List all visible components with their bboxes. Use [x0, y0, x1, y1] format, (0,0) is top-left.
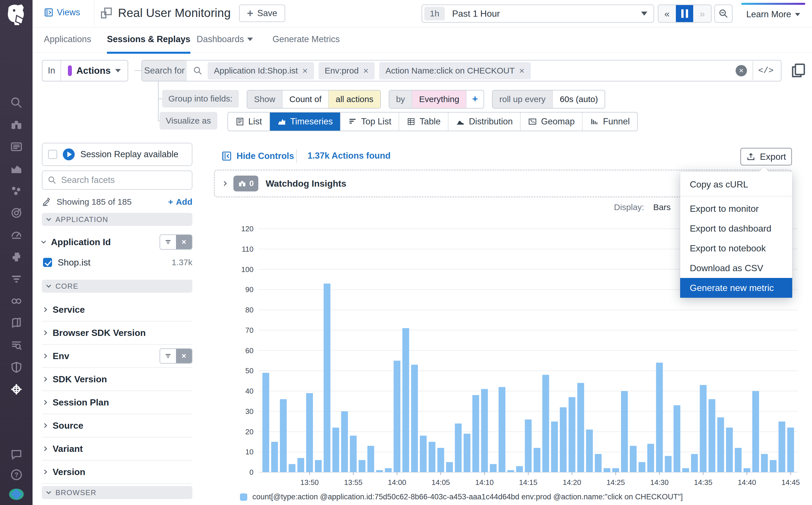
facet-clear-button[interactable]: ×	[176, 349, 192, 363]
facet-value-checkbox[interactable]	[43, 258, 52, 267]
tab-generate-metrics[interactable]: Generate Metrics	[272, 34, 340, 52]
search-for-label: Search for	[142, 60, 187, 81]
tab-applications[interactable]: Applications	[44, 34, 91, 52]
facet-section-browser[interactable]: BROWSER	[42, 486, 192, 499]
filter-chip[interactable]: Application Id:Shop.ist×	[208, 62, 314, 79]
chart-legend[interactable]: count[@type:action @application.id:75d50…	[240, 493, 683, 501]
facet-application-id[interactable]: Application Id ×	[42, 231, 192, 252]
session-replay-checkbox[interactable]	[48, 150, 57, 159]
collapse-panel-icon	[221, 151, 232, 161]
gauge-icon[interactable]	[10, 228, 23, 241]
export-button[interactable]: Export	[740, 148, 792, 165]
time-range-picker[interactable]: 1h Past 1 Hour	[422, 5, 654, 23]
page-title: Real User Monitoring	[118, 6, 231, 20]
apm-target-icon[interactable]	[10, 206, 23, 219]
export-menu-item[interactable]: Export to dashboard	[680, 218, 792, 238]
add-group-by-button[interactable]: +	[466, 91, 484, 108]
rollup-value-selector[interactable]: 60s (auto)	[553, 91, 604, 108]
log-search-icon[interactable]	[10, 339, 23, 352]
group-into-fields-label: Group into fields:	[162, 90, 239, 108]
viz-table-icon	[407, 117, 416, 126]
facet-section-core[interactable]: CORE	[42, 280, 192, 293]
facet-row[interactable]: Source ×	[42, 414, 192, 438]
export-menu-item[interactable]: Copy as cURL	[680, 173, 792, 195]
datadog-logo-icon[interactable]	[4, 3, 28, 27]
pause-button[interactable]	[676, 5, 693, 22]
scope-selector[interactable]: Actions	[61, 60, 128, 81]
help-icon[interactable]: ?	[10, 468, 23, 481]
export-menu-item[interactable]: Download as CSV	[680, 258, 792, 278]
journal-icon[interactable]	[10, 140, 23, 153]
visualize-as-label: Visualize as	[160, 112, 217, 130]
remove-chip-icon[interactable]: ×	[519, 65, 525, 76]
hexagons-icon[interactable]	[10, 184, 23, 197]
query-filter-chips: Application Id:Shop.ist× Env:prod× Actio…	[208, 62, 735, 79]
facet-filter-button[interactable]	[160, 235, 176, 249]
facet-row[interactable]: Browser SDK Version ×	[42, 322, 192, 345]
export-menu-item[interactable]: Generate new metric	[680, 278, 792, 298]
viz-option[interactable]: Timeseries	[270, 113, 341, 131]
notebook-icon[interactable]	[10, 317, 23, 330]
count-of-selector[interactable]: Count of	[283, 91, 329, 108]
facet-row[interactable]: Session Plan ×	[42, 391, 192, 414]
clear-query-icon[interactable]: ×	[735, 65, 747, 76]
viz-option[interactable]: Top List	[341, 113, 399, 131]
viz-option[interactable]: Funnel	[582, 113, 637, 131]
query-syntax-toggle[interactable]: </>	[753, 61, 779, 80]
export-upload-icon	[747, 152, 756, 161]
globe-network-icon[interactable]	[10, 383, 23, 396]
remove-chip-icon[interactable]: ×	[363, 65, 369, 76]
add-facet-button[interactable]: +Add	[168, 197, 192, 207]
hide-controls-button[interactable]: Hide Controls	[221, 151, 294, 161]
svg-text:100: 100	[241, 265, 254, 274]
actions-found-link[interactable]: 1.37k Actions found	[307, 151, 390, 161]
metrics-icon[interactable]	[10, 162, 23, 175]
fast-forward-button[interactable]: »	[693, 5, 711, 22]
display-type-selector[interactable]: Bars	[653, 202, 671, 212]
chat-icon[interactable]	[10, 448, 23, 461]
facet-row[interactable]: Service ×	[42, 298, 192, 322]
learn-more-button[interactable]: Learn More	[741, 3, 805, 19]
zoom-out-button[interactable]	[714, 5, 732, 23]
user-avatar[interactable]	[9, 489, 24, 500]
facet-section-application[interactable]: APPLICATION	[42, 213, 192, 226]
facet-value-row[interactable]: Shop.ist 1.37k	[42, 255, 192, 270]
facet-row[interactable]: Env ×	[42, 345, 192, 368]
search-query-bar[interactable]: Search for Application Id:Shop.ist× Env:…	[141, 60, 782, 81]
views-button[interactable]: Views	[44, 7, 80, 17]
rewind-button[interactable]: «	[658, 5, 676, 22]
tab-dashboards[interactable]: Dashboards	[196, 34, 253, 52]
export-menu-item[interactable]: Export to notebook	[680, 238, 792, 258]
binoculars-icon[interactable]	[10, 118, 23, 131]
facet-search-input[interactable]: Search facets	[42, 170, 192, 190]
by-value-selector[interactable]: Everything	[412, 91, 466, 108]
infinity-icon[interactable]	[10, 295, 23, 308]
filter-chip[interactable]: Env:prod×	[318, 62, 375, 79]
viz-option[interactable]: Distribution	[448, 113, 521, 131]
remove-chip-icon[interactable]: ×	[302, 65, 308, 76]
tab-sessions-replays[interactable]: Sessions & Replays	[107, 34, 190, 54]
facet-row[interactable]: Variant ×	[42, 438, 192, 461]
chevron-right-icon	[42, 423, 47, 428]
facet-filter-button[interactable]	[160, 349, 176, 363]
search-icon[interactable]	[10, 96, 23, 109]
copy-query-button[interactable]	[790, 62, 806, 78]
filter-lines-icon[interactable]	[10, 273, 23, 286]
svg-text:120: 120	[241, 224, 254, 233]
edit-pencil-icon[interactable]	[42, 197, 51, 207]
facet-row[interactable]: SDK Version ×	[42, 368, 192, 391]
export-menu-item[interactable]: Export to monitor	[680, 199, 792, 218]
shield-icon[interactable]	[10, 361, 23, 374]
facet-row[interactable]: Version ×	[42, 461, 192, 484]
puzzle-icon[interactable]	[10, 250, 23, 264]
session-replay-filter[interactable]: Session Replay available	[42, 143, 192, 166]
viz-option[interactable]: Geomap	[521, 113, 582, 131]
count-target-selector[interactable]: all actions	[329, 91, 380, 108]
facet-clear-button[interactable]: ×	[176, 235, 192, 249]
viz-option[interactable]: Table	[399, 113, 448, 131]
viz-option[interactable]: List	[228, 113, 270, 131]
chevron-right-icon	[42, 354, 47, 358]
filter-chip[interactable]: Action Name:click on CHECKOUT×	[379, 62, 531, 79]
filter-icon	[164, 352, 172, 360]
save-button[interactable]: + Save	[239, 5, 285, 22]
